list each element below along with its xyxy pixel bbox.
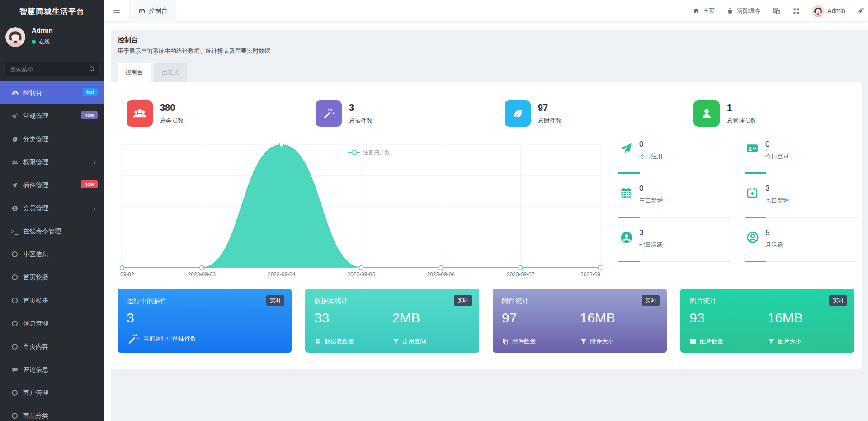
realtime-badge: 实时 xyxy=(642,295,660,306)
rocket-icon xyxy=(11,182,19,189)
sidebar-menu: 控制台hot 常规管理new 分类管理 权限管理‹ 插件管理new 会员管理‹ … xyxy=(0,81,104,421)
realtime-badge: 实时 xyxy=(454,295,472,306)
hot-badge: hot xyxy=(83,88,98,96)
card-database-stats: 数据库统计 实时 332MB 数据表数量 占用空间 xyxy=(305,289,479,353)
sidebar-item-members[interactable]: 会员管理‹ xyxy=(0,197,104,220)
sidebar-item-permissions[interactable]: 权限管理‹ xyxy=(0,151,104,174)
chevron-left-icon: ‹ xyxy=(94,204,96,212)
circle-icon xyxy=(12,344,18,350)
sidebar-item-banner[interactable]: 首页轮播 xyxy=(0,266,104,289)
new-badge: new xyxy=(81,111,98,119)
stat-total-plugins: 3总插件数 xyxy=(316,100,505,127)
cogs-icon xyxy=(11,113,19,120)
leaf-icon xyxy=(505,100,531,127)
sidebar-item-merchants[interactable]: 商户管理 xyxy=(0,381,104,404)
gauge-icon xyxy=(138,7,145,14)
settings-gear-icon[interactable] xyxy=(857,7,864,14)
user-circle-icon xyxy=(11,205,19,212)
calendar-plus-icon xyxy=(745,186,759,199)
sidebar-item-pages[interactable]: 单页内容 xyxy=(0,335,104,358)
svg-text:A: A xyxy=(777,10,779,14)
trash-icon xyxy=(726,7,734,14)
clear-cache-button[interactable]: 清除缓存 xyxy=(726,7,760,15)
filter-icon xyxy=(392,338,400,345)
user-name: Admin xyxy=(32,26,53,34)
database-icon xyxy=(314,338,321,345)
gauge-icon xyxy=(11,90,19,97)
card-running-plugins: 运行中的插件 实时 3 当前运行中的插件数 xyxy=(118,289,292,353)
filter-icon xyxy=(580,338,587,345)
language-icon[interactable]: 文A xyxy=(772,7,781,15)
mini-stat-7day-active: 3七日活跃 xyxy=(618,226,731,270)
circle-icon xyxy=(12,274,18,280)
stat-total-attachments: 97总附件数 xyxy=(505,100,693,127)
chevron-left-icon: ‹ xyxy=(94,158,96,166)
home-button[interactable]: 主页 xyxy=(693,7,715,15)
paper-plane-icon xyxy=(619,142,633,155)
svg-text:2023-09-06: 2023-09-06 xyxy=(427,271,455,278)
stat-total-admins: 1总管理员数 xyxy=(693,100,868,127)
hamburger-icon[interactable] xyxy=(104,6,129,15)
page-subtitle: 用于展示当前系统中的统计数据、统计报表及重要实时数据 xyxy=(118,47,270,55)
mini-stat-3day-new: 0三日新增 xyxy=(618,181,731,226)
avatar[interactable] xyxy=(5,27,25,47)
home-icon xyxy=(693,7,700,14)
kpi-cards: 运行中的插件 实时 3 当前运行中的插件数 数据库统计 实时 332MB 数据表… xyxy=(118,289,854,353)
filter-icon xyxy=(768,338,775,345)
leaf-icon xyxy=(11,133,19,145)
magic-wand-icon xyxy=(127,332,140,345)
sidebar-item-home-modules[interactable]: 首页模块 xyxy=(0,289,104,312)
svg-text:注册用户数: 注册用户数 xyxy=(363,149,390,156)
copy-icon xyxy=(502,338,509,345)
topbar: 控制台 主页 清除缓存 文A Admin xyxy=(104,0,868,22)
circle-icon xyxy=(12,321,18,326)
fullscreen-icon[interactable] xyxy=(793,7,800,15)
user-panel: Admin 在线 xyxy=(0,23,104,56)
sidebar-item-dashboard[interactable]: 控制台hot xyxy=(0,81,104,104)
sidebar-item-info[interactable]: 信息管理 xyxy=(0,312,104,335)
sidebar-item-comments[interactable]: 评论信息 xyxy=(0,358,104,381)
sidebar-item-community[interactable]: 小区信息 xyxy=(0,243,104,266)
stat-total-members: 380总会员数 xyxy=(127,100,316,127)
user-circle-icon xyxy=(619,230,634,245)
calendar-icon xyxy=(619,186,633,199)
sidebar: 智慧同城生活平台 Admin 在线 控制台hot 常规管理new 分类管理 权限… xyxy=(0,0,104,421)
members-icon xyxy=(127,100,153,127)
app-title: 智慧同城生活平台 xyxy=(0,0,104,23)
new-badge: new xyxy=(81,180,98,188)
circle-icon xyxy=(12,298,18,303)
topbar-user-name: Admin xyxy=(827,7,845,14)
avatar-image xyxy=(5,27,25,47)
topbar-user[interactable]: Admin xyxy=(812,5,845,17)
mini-stats-grid: 0今日注册 0今日登录 0三日新增 3七日新增 3七日活跃 5月活跃 xyxy=(618,137,857,270)
circle-icon xyxy=(12,390,18,396)
mini-stat-month-active: 5月活跃 xyxy=(745,226,857,270)
terminal-icon: >_ xyxy=(11,228,19,235)
online-dot-icon xyxy=(32,40,36,44)
area-chart: 注册用户数09-022023-09-032023-09-042023-09-05… xyxy=(120,143,602,279)
sidebar-item-plugins[interactable]: 插件管理new xyxy=(0,174,104,197)
comment-icon xyxy=(11,366,19,374)
sidebar-item-general[interactable]: 常规管理new xyxy=(0,104,104,128)
content-area: 控制台 用于展示当前系统中的统计数据、统计报表及重要实时数据 控制台 自定义 3… xyxy=(111,30,868,421)
topbar-tab-dashboard[interactable]: 控制台 xyxy=(129,0,176,22)
sidebar-item-goods-category[interactable]: 商品分类 xyxy=(0,404,104,421)
registered-users-chart: 注册用户数09-022023-09-032023-09-042023-09-05… xyxy=(120,143,602,279)
search-icon[interactable] xyxy=(89,66,95,72)
realtime-badge: 实时 xyxy=(266,295,284,306)
card-image-stats: 图片统计 实时 9316MB 图片数量 图片大小 xyxy=(680,289,854,353)
sidebar-item-category[interactable]: 分类管理 xyxy=(0,128,104,151)
svg-text:2023-09: 2023-09 xyxy=(580,271,600,278)
avatar-image xyxy=(812,5,824,17)
svg-text:2023-09-07: 2023-09-07 xyxy=(507,271,535,278)
search-input[interactable] xyxy=(5,62,99,76)
tab-dashboard[interactable]: 控制台 xyxy=(118,63,151,82)
menu-search xyxy=(5,62,99,76)
svg-text:09-02: 09-02 xyxy=(120,271,134,278)
mini-stat-today-login: 0今日登录 xyxy=(745,137,857,181)
user-status: 在线 xyxy=(32,38,50,46)
tab-custom[interactable]: 自定义 xyxy=(154,63,187,82)
svg-text:2023-09-05: 2023-09-05 xyxy=(347,271,375,278)
sidebar-item-commands[interactable]: >_在线命令管理 xyxy=(0,220,104,243)
dashboard-panel: 380总会员数 3总插件数 97总附件数 1总管理员数 注册用户数09-0220… xyxy=(111,82,862,369)
